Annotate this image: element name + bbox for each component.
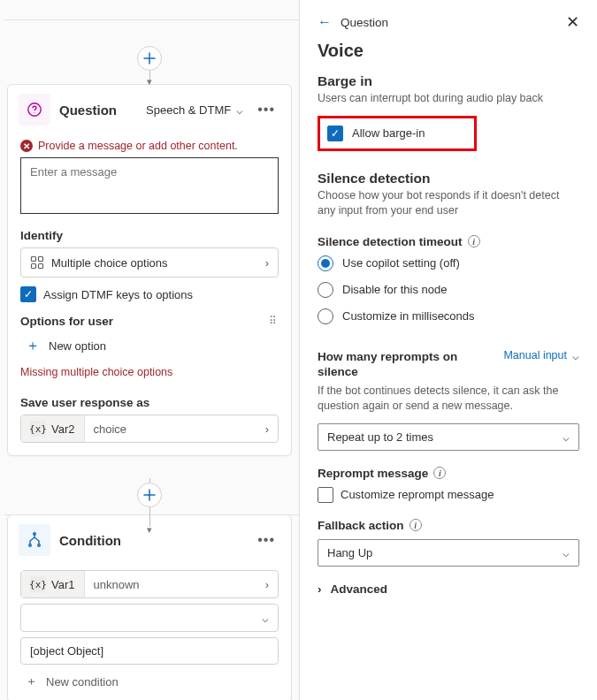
customize-reprompt-checkbox[interactable]: Customize reprompt message xyxy=(318,487,579,503)
chevron-right-icon: › xyxy=(256,578,278,591)
variable-picker[interactable]: {x} Var2 choice › xyxy=(20,415,279,443)
chevron-down-icon: ⌵ xyxy=(262,612,269,625)
chevron-down-icon: ⌵ xyxy=(563,546,570,559)
more-menu-button[interactable]: ••• xyxy=(252,98,280,121)
save-response-label: Save user response as xyxy=(20,396,279,409)
divider xyxy=(4,514,299,515)
operator-dropdown[interactable]: ⌵ xyxy=(20,604,279,632)
new-option-button[interactable]: ＋ New option xyxy=(20,328,279,359)
divider xyxy=(4,19,299,20)
node-header: Question Speech & DTMF ⌵ ••• xyxy=(8,85,291,134)
add-node-button-mid[interactable] xyxy=(137,483,162,507)
properties-panel: ← Question ✕ Voice Barge in Users can in… xyxy=(299,0,597,700)
plus-icon: ＋ xyxy=(26,673,37,689)
multiple-choice-icon xyxy=(30,255,44,270)
chevron-down-icon: ⌵ xyxy=(572,349,579,362)
add-node-button-top[interactable] xyxy=(137,46,162,71)
options-error: Missing multiple choice options xyxy=(20,366,279,378)
reprompt-count-select[interactable]: Repeat up to 2 times ⌵ xyxy=(318,423,579,451)
condition-icon xyxy=(19,524,50,556)
grip-icon[interactable]: ⠿ xyxy=(269,318,279,324)
question-icon xyxy=(19,94,50,126)
reprompt-heading: How many reprompts on silence xyxy=(318,349,459,380)
variable-chip: {x} Var2 xyxy=(21,415,85,442)
reprompt-message-label: Reprompt message i xyxy=(318,467,579,480)
svg-rect-5 xyxy=(39,264,43,269)
silence-opt-customize[interactable]: Customize in milliseconds xyxy=(318,308,579,324)
more-menu-button[interactable]: ••• xyxy=(252,529,280,552)
identify-label: Identify xyxy=(20,229,279,242)
silence-desc: Choose how your bot responds if it doesn… xyxy=(318,188,579,219)
variable-chip: {x} Var1 xyxy=(21,571,85,597)
advanced-toggle[interactable]: › Advanced xyxy=(318,582,579,596)
info-icon[interactable]: i xyxy=(468,235,480,247)
mode-selector[interactable]: Speech & DTMF ⌵ xyxy=(146,103,243,117)
condition-value-input[interactable]: [object Object] xyxy=(20,637,279,665)
chevron-down-icon: ⌵ xyxy=(563,430,570,444)
chevron-right-icon: › xyxy=(318,582,322,596)
silence-timeout-label: Silence detection timeout i xyxy=(318,235,579,248)
barge-in-desc: Users can interrupt bot during audio pla… xyxy=(318,91,579,107)
svg-point-7 xyxy=(38,544,41,547)
silence-opt-disable[interactable]: Disable for this node xyxy=(318,282,579,298)
plus-icon xyxy=(143,52,156,65)
close-button[interactable]: ✕ xyxy=(566,12,579,32)
back-button[interactable]: ← xyxy=(318,14,332,30)
question-node[interactable]: Question Speech & DTMF ⌵ ••• ✕ Provide a… xyxy=(7,84,292,456)
info-icon[interactable]: i xyxy=(409,519,422,531)
message-input[interactable] xyxy=(20,157,279,214)
barge-in-heading: Barge in xyxy=(318,73,579,89)
svg-rect-3 xyxy=(39,257,43,262)
checkbox-unchecked-icon xyxy=(318,487,333,503)
radio-selected-icon xyxy=(318,255,333,271)
svg-point-1 xyxy=(34,112,35,113)
radio-icon xyxy=(318,282,333,298)
silence-heading: Silence detection xyxy=(318,171,579,186)
voice-heading: Voice xyxy=(318,41,579,61)
condition-variable-picker[interactable]: {x} Var1 unknown › xyxy=(20,570,279,598)
svg-point-6 xyxy=(29,544,32,547)
new-condition-button[interactable]: ＋ New condition xyxy=(20,665,279,689)
assign-dtmf-checkbox[interactable]: ✓ Assign DTMF keys to options xyxy=(20,286,279,302)
silence-opt-copilot[interactable]: Use copilot setting (off) xyxy=(318,255,579,271)
chevron-right-icon: › xyxy=(256,422,278,436)
allow-barge-in-checkbox[interactable]: ✓ xyxy=(327,126,343,141)
fallback-label: Fallback action i xyxy=(318,519,579,532)
breadcrumb: Question xyxy=(341,16,388,29)
svg-rect-4 xyxy=(32,264,36,269)
reprompt-desc: If the bot continues detects silence, it… xyxy=(318,384,579,415)
node-title: Question xyxy=(59,103,137,118)
checkbox-checked-icon: ✓ xyxy=(20,286,36,302)
radio-icon xyxy=(318,308,333,324)
barge-in-highlight: ✓ Allow barge-in xyxy=(318,116,477,151)
authoring-canvas: ▾ Question Speech & DTMF ⌵ ••• ✕ Provide… xyxy=(0,0,299,700)
svg-rect-2 xyxy=(32,257,36,262)
variable-icon: {x} xyxy=(30,421,46,437)
info-icon[interactable]: i xyxy=(433,467,446,479)
panel-header: ← Question ✕ xyxy=(318,12,579,32)
arrow-down-icon: ▾ xyxy=(147,76,152,88)
identify-picker[interactable]: Multiple choice options › xyxy=(20,247,279,278)
chevron-down-icon: ⌵ xyxy=(236,103,243,117)
options-label: Options for user xyxy=(20,315,113,328)
arrow-down-icon: ▾ xyxy=(147,524,152,536)
plus-icon: ＋ xyxy=(26,337,40,355)
chevron-right-icon: › xyxy=(265,256,269,270)
plus-icon xyxy=(143,489,156,501)
fallback-select[interactable]: Hang Up ⌵ xyxy=(318,539,579,567)
validation-error: ✕ Provide a message or add other content… xyxy=(20,140,279,152)
error-icon: ✕ xyxy=(20,140,33,152)
manual-input-link[interactable]: Manual input ⌵ xyxy=(503,349,579,362)
condition-node[interactable]: Condition ••• {x} Var1 unknown › ⌵ [obje… xyxy=(7,514,292,700)
variable-icon: {x} xyxy=(30,576,46,592)
